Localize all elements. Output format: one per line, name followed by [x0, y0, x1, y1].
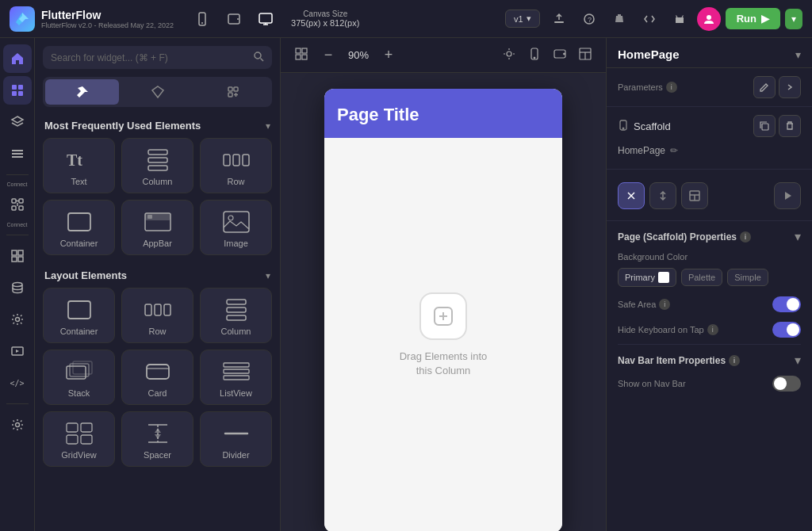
svg-rect-17 — [12, 91, 17, 96]
svg-rect-18 — [18, 91, 23, 96]
connect-nav-button[interactable] — [3, 190, 32, 219]
svg-rect-16 — [18, 85, 23, 90]
search-button[interactable] — [253, 51, 264, 64]
gridview-layout-item[interactable]: GridView — [43, 411, 115, 467]
tablet-view-icon[interactable] — [549, 44, 571, 67]
play-tab-button[interactable] — [774, 182, 801, 209]
svg-rect-41 — [228, 87, 232, 91]
svg-rect-64 — [227, 308, 246, 312]
diamond-tab[interactable] — [121, 79, 194, 105]
svg-rect-63 — [227, 300, 246, 304]
svg-marker-40 — [152, 86, 163, 97]
svg-point-96 — [564, 53, 565, 55]
image-widget-item[interactable]: Image — [200, 200, 272, 255]
code-nav-button[interactable]: </> — [3, 369, 32, 397]
scaffold-copy-icon[interactable] — [753, 115, 776, 137]
run-label: Run — [737, 13, 756, 25]
nav-list-button[interactable] — [3, 139, 32, 168]
svg-point-58 — [228, 216, 233, 220]
upload-icon[interactable] — [546, 6, 572, 32]
app-settings-nav-button[interactable] — [3, 411, 32, 439]
row-layout-item[interactable]: Row — [121, 288, 193, 343]
sun-icon[interactable] — [498, 44, 520, 67]
tablet-icon[interactable] — [221, 6, 247, 32]
text-widget-item[interactable]: Tt Text — [43, 138, 115, 193]
svg-marker-82 — [155, 434, 161, 439]
svg-rect-43 — [228, 93, 232, 97]
layout-view-icon[interactable] — [574, 44, 596, 67]
stack-layout-item[interactable]: Stack — [43, 350, 115, 405]
add-widget-tab[interactable] — [196, 79, 270, 105]
divider-layout-item[interactable]: Divider — [200, 411, 272, 467]
listview-layout-item[interactable]: ListView — [200, 350, 272, 405]
phone-icon[interactable] — [190, 6, 215, 32]
container-layout-item[interactable]: Container — [43, 288, 115, 343]
safe-area-toggle[interactable] — [772, 296, 801, 312]
widgets-nav-button[interactable] — [3, 76, 32, 105]
flutter-tab[interactable] — [45, 79, 119, 105]
database-nav-button[interactable] — [3, 273, 32, 302]
settings-nav-button[interactable] — [3, 305, 32, 334]
homepage-edit-icon[interactable]: ✏ — [670, 145, 678, 156]
scaffold-props-info-icon: i — [740, 231, 751, 243]
canvas-grid-icon[interactable] — [290, 44, 312, 67]
user-avatar[interactable] — [697, 7, 721, 31]
show-nav-bar-toggle[interactable] — [772, 376, 801, 392]
svg-rect-59 — [68, 301, 90, 319]
search-input[interactable] — [51, 52, 247, 63]
code-view-icon[interactable] — [637, 6, 662, 32]
android-icon[interactable] — [667, 6, 692, 32]
spacer-layout-item[interactable]: Spacer — [121, 411, 193, 467]
run-button[interactable]: Run ▶ — [726, 8, 780, 29]
container-widget-item[interactable]: Container — [43, 200, 115, 255]
simple-button[interactable]: Simple — [727, 269, 768, 286]
parameters-edit-icon[interactable] — [753, 76, 776, 98]
phone-body: Drag Elements into this Column — [324, 138, 562, 531]
bg-color-row: Background Color — [607, 249, 812, 265]
widget-tabs — [43, 77, 272, 107]
appbar-widget-item[interactable]: AppBar — [121, 200, 193, 255]
scaffold-delete-icon[interactable] — [779, 115, 801, 137]
actions-tab-button[interactable] — [649, 182, 676, 209]
layout-tab-button[interactable] — [681, 182, 708, 209]
canvas-view-icons — [498, 44, 596, 67]
section2-header: Layout Elements ▾ — [35, 265, 280, 288]
layers-nav-button[interactable] — [3, 108, 32, 136]
card-layout-item[interactable]: Card — [121, 350, 193, 405]
gridview-layout-icon — [65, 422, 94, 445]
run-dropdown-button[interactable]: ▾ — [785, 9, 802, 29]
section1-chevron-icon[interactable]: ▾ — [266, 120, 270, 132]
section2-chevron-icon[interactable]: ▾ — [266, 270, 270, 281]
palette-button[interactable]: Palette — [681, 269, 722, 286]
row-widget-item[interactable]: Row — [200, 138, 272, 193]
scaffold-props-chevron-icon[interactable]: ▾ — [795, 229, 801, 244]
column-layout-item[interactable]: Column — [200, 288, 272, 343]
svg-point-94 — [534, 57, 535, 59]
version-badge[interactable]: v1 ▾ — [505, 10, 540, 28]
phone-view-icon[interactable] — [523, 44, 546, 67]
sidebar-separator — [6, 174, 29, 175]
svg-rect-25 — [19, 206, 23, 210]
svg-rect-20 — [12, 153, 23, 155]
help-icon[interactable]: ? — [576, 6, 602, 32]
svg-point-13 — [680, 18, 682, 20]
zoom-out-button[interactable]: − — [319, 46, 338, 65]
debug-icon[interactable] — [607, 6, 632, 32]
home-nav-button[interactable] — [3, 44, 32, 73]
media-nav-button[interactable] — [3, 337, 32, 365]
bg-color-primary-button[interactable]: Primary — [618, 268, 676, 287]
desktop-icon[interactable] — [253, 6, 278, 32]
connect-label: Connect — [6, 181, 27, 187]
zoom-in-button[interactable]: + — [379, 46, 398, 65]
properties-tab-button[interactable] — [618, 182, 645, 209]
hide-keyboard-toggle[interactable] — [772, 322, 801, 338]
grid-nav-button[interactable] — [3, 242, 32, 270]
navbar-chevron-icon[interactable]: ▾ — [795, 353, 801, 368]
right-panel-chevron-icon[interactable]: ▾ — [795, 48, 801, 61]
svg-rect-71 — [224, 363, 249, 367]
svg-rect-72 — [224, 369, 249, 373]
svg-rect-87 — [302, 55, 307, 59]
svg-rect-51 — [233, 155, 239, 166]
parameters-arrow-icon[interactable] — [779, 76, 801, 98]
column-widget-item[interactable]: Column — [121, 138, 193, 193]
